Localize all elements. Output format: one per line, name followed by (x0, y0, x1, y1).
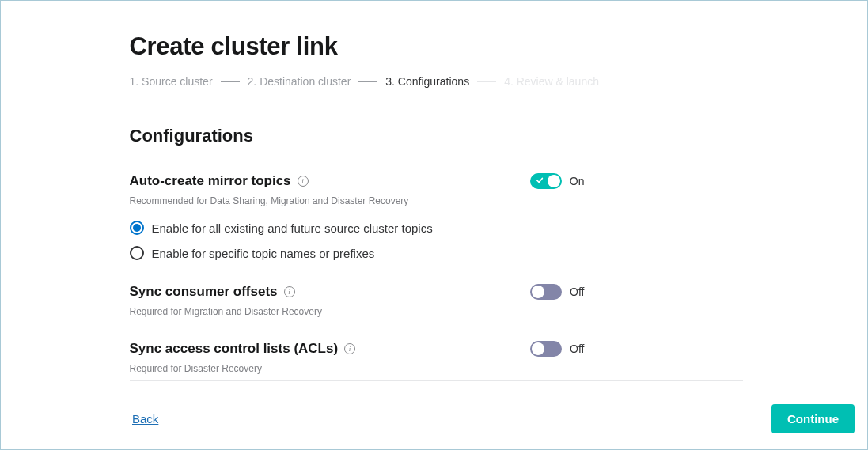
footer: Back Continue (1, 404, 867, 433)
sync-offsets-subtitle: Required for Migration and Disaster Reco… (130, 306, 743, 317)
step-separator (221, 81, 240, 82)
info-icon[interactable]: i (344, 343, 355, 354)
auto-create-radio-group: Enable for all existing and future sourc… (130, 221, 743, 260)
continue-button[interactable]: Continue (771, 404, 855, 433)
section-title: Configurations (130, 126, 743, 146)
radio-enable-all[interactable]: Enable for all existing and future sourc… (130, 221, 743, 235)
sync-acls-title: Sync access control lists (ACLs) (130, 341, 339, 357)
config-sync-offsets: Sync consumer offsets i Off Required for… (130, 284, 743, 317)
step-review-launch: 4. Review & launch (504, 75, 599, 88)
config-sync-acls: Sync access control lists (ACLs) i Off R… (130, 341, 743, 374)
radio-input[interactable] (130, 246, 144, 260)
radio-label: Enable for all existing and future sourc… (152, 221, 433, 235)
auto-create-title: Auto-create mirror topics (130, 173, 291, 189)
info-icon[interactable]: i (298, 176, 309, 187)
step-separator (358, 81, 377, 82)
page-title: Create cluster link (130, 32, 743, 61)
auto-create-toggle-label: On (570, 175, 585, 187)
divider (130, 380, 743, 381)
config-auto-create: Auto-create mirror topics i On Recommend… (130, 173, 743, 260)
auto-create-toggle[interactable] (530, 173, 562, 189)
radio-enable-specific[interactable]: Enable for specific topic names or prefi… (130, 246, 743, 260)
sync-offsets-title: Sync consumer offsets (130, 284, 278, 300)
sync-acls-toggle-label: Off (570, 342, 584, 355)
auto-create-subtitle: Recommended for Data Sharing, Migration … (130, 195, 743, 206)
step-configurations[interactable]: 3. Configurations (385, 75, 469, 88)
info-icon[interactable]: i (284, 286, 295, 297)
step-destination-cluster[interactable]: 2. Destination cluster (248, 75, 351, 88)
back-button[interactable]: Back (132, 412, 158, 425)
sync-offsets-toggle[interactable] (530, 284, 562, 300)
step-source-cluster[interactable]: 1. Source cluster (130, 75, 213, 88)
step-separator (477, 81, 496, 82)
check-icon (536, 176, 544, 184)
sync-acls-toggle[interactable] (530, 341, 562, 357)
radio-label: Enable for specific topic names or prefi… (152, 247, 375, 260)
sync-offsets-toggle-label: Off (570, 286, 584, 298)
radio-input[interactable] (130, 221, 144, 235)
wizard-steps: 1. Source cluster 2. Destination cluster… (130, 75, 743, 88)
sync-acls-subtitle: Required for Disaster Recovery (130, 363, 743, 374)
